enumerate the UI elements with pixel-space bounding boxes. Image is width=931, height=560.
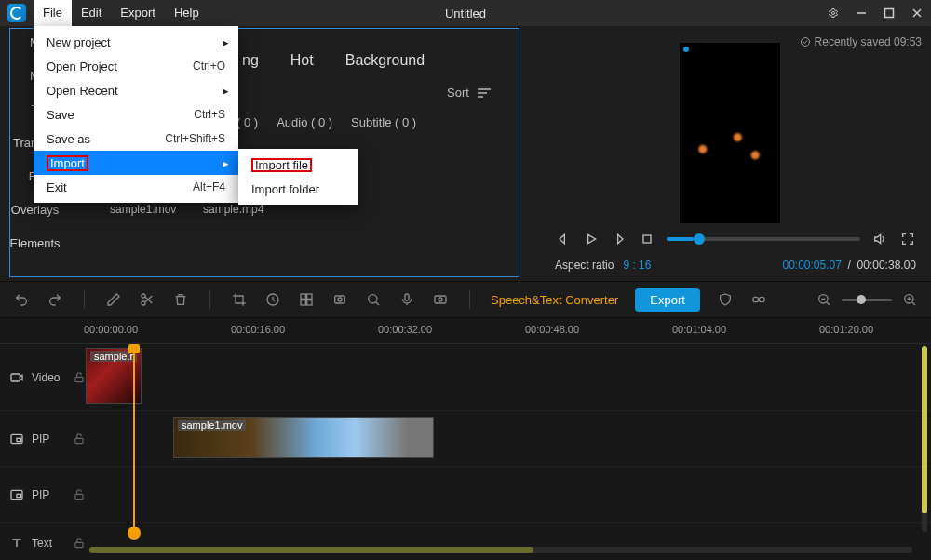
svg-point-13 xyxy=(142,294,145,298)
preview-viewport[interactable] xyxy=(680,43,780,223)
svg-point-21 xyxy=(338,298,342,301)
lock-icon[interactable] xyxy=(73,371,86,384)
track-body-pip-2[interactable] xyxy=(86,467,931,522)
svg-line-31 xyxy=(827,302,830,305)
svg-rect-37 xyxy=(75,377,83,381)
crop-icon[interactable] xyxy=(231,291,248,308)
ruler-tick: 00:01:20.00 xyxy=(819,324,873,335)
transport-controls xyxy=(540,231,931,247)
tab-background[interactable]: Background xyxy=(345,52,425,69)
submenu-label: Import folder xyxy=(251,182,319,196)
lock-icon[interactable] xyxy=(73,488,86,501)
side-tab-elements[interactable]: Elements xyxy=(0,227,70,260)
record-icon[interactable] xyxy=(432,291,449,308)
freeze-icon[interactable] xyxy=(331,291,348,308)
ruler-tick: 00:00:48.00 xyxy=(525,324,579,335)
menu-edit[interactable]: Edit xyxy=(72,0,111,26)
track-head-video[interactable]: Video xyxy=(0,344,80,410)
menu-save-as[interactable]: Save as Ctrl+Shift+S xyxy=(34,127,238,151)
preview-panel: Recently saved 09:53 Aspect ratio 9 : 16… xyxy=(540,26,931,281)
svg-rect-42 xyxy=(17,494,21,497)
volume-icon[interactable] xyxy=(871,231,888,247)
undo-button[interactable] xyxy=(13,291,30,308)
chevron-right-icon: ▸ xyxy=(223,156,229,170)
mosaic-icon[interactable] xyxy=(298,291,315,308)
export-button[interactable]: Export xyxy=(635,288,700,312)
menu-file[interactable]: File xyxy=(34,0,72,26)
ruler-tick: 00:00:00.00 xyxy=(84,324,138,335)
tab-trending[interactable]: ng xyxy=(242,52,259,69)
sort-control[interactable]: Sort xyxy=(447,86,492,100)
speed-icon[interactable] xyxy=(264,291,281,308)
menu-exit[interactable]: Exit Alt+F4 xyxy=(34,175,238,199)
shield-icon[interactable] xyxy=(717,291,734,308)
tab-hot[interactable]: Hot xyxy=(290,52,314,69)
svg-rect-12 xyxy=(643,235,651,243)
menu-label: Save xyxy=(47,108,74,122)
time-current: 00:00:05.07 xyxy=(783,259,842,272)
preview-image xyxy=(685,113,773,173)
speech-text-converter-button[interactable]: Speech&Text Converter xyxy=(491,293,618,307)
maximize-button[interactable] xyxy=(875,0,903,26)
menu-help[interactable]: Help xyxy=(165,0,209,26)
play-button[interactable] xyxy=(583,231,600,247)
chevron-right-icon: ▸ xyxy=(223,35,229,49)
track-pip-2: PIP xyxy=(0,467,931,523)
track-body-video[interactable]: sample.r xyxy=(86,344,931,410)
toolbar: Speech&Text Converter Export xyxy=(0,281,931,318)
track-head-pip-1[interactable]: PIP xyxy=(0,411,80,466)
voiceover-icon[interactable] xyxy=(398,291,415,308)
lock-icon[interactable] xyxy=(73,537,86,550)
menu-export[interactable]: Export xyxy=(111,0,165,26)
close-button[interactable] xyxy=(903,0,931,26)
zoom-icon[interactable] xyxy=(365,291,382,308)
submenu-import-folder[interactable]: Import folder xyxy=(238,177,358,201)
track-body-pip-1[interactable]: sample1.mov xyxy=(86,411,931,466)
zoom-slider[interactable] xyxy=(842,299,892,301)
svg-point-26 xyxy=(439,298,442,301)
submenu-import-file[interactable]: Import file xyxy=(238,153,358,177)
window-title: Untitled xyxy=(445,7,486,20)
sort-label: Sort xyxy=(447,86,469,100)
link-icon[interactable] xyxy=(750,291,767,308)
track-body-text[interactable] xyxy=(86,523,931,560)
delete-icon[interactable] xyxy=(172,291,189,308)
ruler-tick: 00:00:16.00 xyxy=(231,324,285,335)
track-label: Video xyxy=(32,371,60,384)
time-ruler[interactable]: 00:00:00.00 00:00:16.00 00:00:32.00 00:0… xyxy=(0,318,931,344)
menu-new-project[interactable]: New project ▸ xyxy=(34,30,238,54)
text-icon xyxy=(9,536,24,551)
menu-open-recent[interactable]: Open Recent ▸ xyxy=(34,78,238,102)
next-frame-button[interactable] xyxy=(611,231,627,247)
seek-bar[interactable] xyxy=(667,237,860,241)
aspect-value[interactable]: 9 : 16 xyxy=(623,259,651,272)
clip-pip-1[interactable]: sample1.mov xyxy=(173,417,434,458)
prev-frame-button[interactable] xyxy=(555,231,572,247)
playhead[interactable] xyxy=(133,344,135,540)
svg-point-22 xyxy=(369,295,377,303)
clip-label: sample1.mov xyxy=(178,420,246,431)
track-head-pip-2[interactable]: PIP xyxy=(0,467,80,522)
lock-icon[interactable] xyxy=(73,433,86,446)
media-counts: ( 0 ) Audio ( 0 ) Subtitle ( 0 ) xyxy=(236,115,416,129)
minimize-button[interactable] xyxy=(847,0,875,26)
track-head-text[interactable]: Text xyxy=(0,523,80,560)
timeline-zoom xyxy=(816,291,918,308)
svg-marker-10 xyxy=(588,234,596,243)
zoom-out-icon[interactable] xyxy=(816,291,832,308)
stop-button[interactable] xyxy=(639,231,655,247)
menu-save[interactable]: Save Ctrl+S xyxy=(34,102,238,127)
timeline-v-scrollbar[interactable] xyxy=(922,346,927,532)
count-1: ( 0 ) xyxy=(236,115,258,129)
menu-open-project[interactable]: Open Project Ctrl+O xyxy=(34,54,238,78)
chevron-right-icon: ▸ xyxy=(223,84,229,98)
split-icon[interactable] xyxy=(139,291,155,308)
fullscreen-icon[interactable] xyxy=(899,231,916,247)
svg-rect-19 xyxy=(307,300,312,305)
timeline-h-scrollbar[interactable] xyxy=(89,547,912,553)
redo-button[interactable] xyxy=(47,291,63,308)
menu-import[interactable]: Import ▸ xyxy=(34,151,238,175)
zoom-in-icon[interactable] xyxy=(901,291,918,308)
edit-icon[interactable] xyxy=(105,291,122,308)
settings-icon[interactable] xyxy=(819,0,847,26)
